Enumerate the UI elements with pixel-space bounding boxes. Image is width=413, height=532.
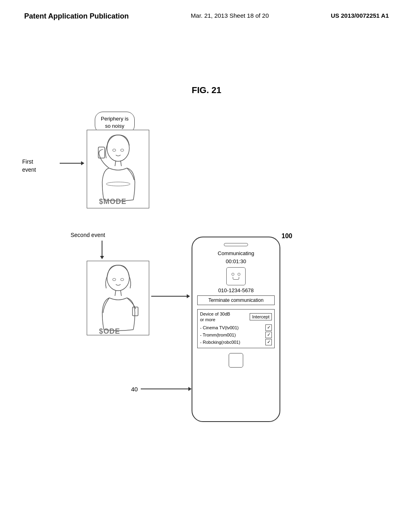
svg-point-5 [121,149,124,152]
checkbox-cinema-tv[interactable]: ✓ [265,324,272,331]
header-right: US 2013/0072251 A1 [331,12,389,19]
svg-point-8 [107,265,129,291]
svg-point-12 [113,278,116,281]
label-100: 100 [282,233,292,240]
robot-eyes [232,273,240,276]
first-event-arrow [60,163,84,164]
first-event-label: Firstevent [22,158,36,174]
header-left: Patent Application Publication [24,12,129,21]
robot-mouth [233,277,239,280]
arrow-40 [141,389,191,389]
svg-line-1 [115,160,116,166]
page-header: Patent Application Publication Mar. 21, … [0,0,413,21]
svg-text:$MODE: $MODE [99,197,127,206]
phone-home-btn[interactable] [229,353,243,368]
phone-speaker [224,243,248,246]
svg-text:$ODE: $ODE [99,327,120,335]
person1-illustration: $MODE [87,130,149,208]
device-list-item-1: - Cinema TV(tv001) ✓ [200,324,272,331]
svg-line-9 [115,290,116,296]
svg-point-4 [113,149,116,152]
label-40: 40 [131,386,138,393]
device-section: Device of 30dB or more Intercept - Cinem… [197,309,275,348]
terminate-btn[interactable]: Terminate communication [197,295,275,305]
device-header: Device of 30dB or more Intercept [200,311,272,323]
communicating-text: Communicating 00:01:30 [197,249,275,265]
checkbox-robcking[interactable]: ✓ [265,339,272,345]
second-event-arrow [102,241,102,259]
second-event-label: Second event [71,232,105,238]
phone-screen: Communicating 00:01:30 010-1234-5678 Ter… [192,249,280,368]
person2-illustration: $ODE [87,261,149,335]
header-center: Mar. 21, 2013 Sheet 18 of 20 [191,12,269,19]
phone-device: Communicating 00:01:30 010-1234-5678 Ter… [192,237,280,422]
robot-eye-left [232,273,234,276]
svg-point-6 [106,182,130,186]
phone-number: 010-1234-5678 [197,287,275,293]
person2-to-phone-arrow [151,296,190,297]
svg-point-13 [121,278,124,281]
svg-point-0 [107,135,129,161]
robot-icon [226,267,246,285]
robot-eye-right [238,273,240,276]
person1-svg: $MODE [87,130,149,208]
figure-title: FIG. 21 [0,85,413,96]
svg-line-10 [121,290,121,296]
checkbox-tromm[interactable]: ✓ [265,332,272,338]
device-list-item-2: - Tromm(trom001) ✓ [200,332,272,338]
device-header-text: Device of 30dB or more [200,311,230,323]
intercept-btn[interactable]: Intercept [250,313,272,320]
device-list-item-3: - Robcking(robc001) ✓ [200,339,272,345]
svg-line-2 [121,160,121,166]
person2-svg: $ODE [87,261,149,335]
diagram-area: Periphery is so noisy Firstevent [0,104,413,466]
